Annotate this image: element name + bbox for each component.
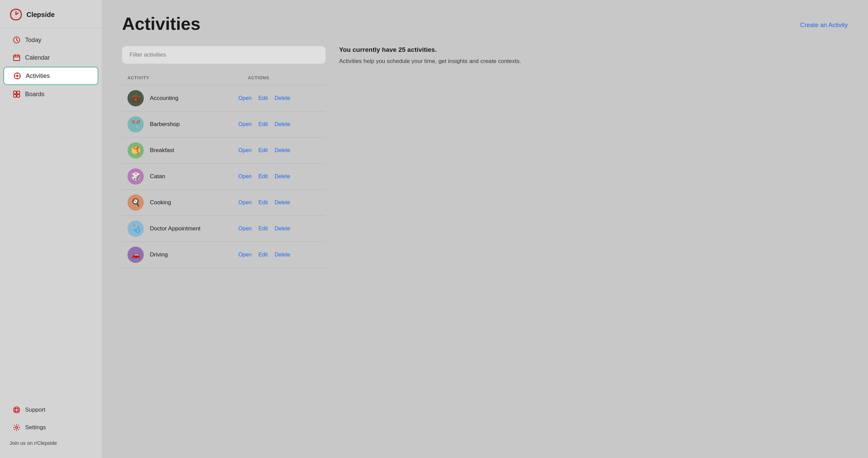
activity-icon: 🎲	[127, 168, 144, 185]
edit-button[interactable]: Edit	[258, 226, 268, 232]
activity-name: Breakfast	[150, 147, 238, 154]
main-content: Activities Create an Activity ACTIVITY A…	[102, 0, 868, 458]
svg-rect-4	[14, 55, 20, 61]
table-row: 🚗 Driving Open Edit Delete	[122, 242, 326, 268]
activity-icon: ✂️	[127, 116, 144, 132]
activities-panel: ACTIVITY ACTIONS 💼 Accounting Open Edit …	[122, 46, 326, 268]
sidebar-item-boards[interactable]: Boards	[3, 86, 98, 103]
table-row: 🩺 Doctor Appointment Open Edit Delete	[122, 215, 326, 242]
sidebar-item-support-label: Support	[25, 407, 45, 413]
activity-actions: Open Edit Delete	[238, 226, 320, 232]
delete-button[interactable]: Delete	[275, 121, 290, 127]
activity-name: Accounting	[150, 95, 238, 102]
bottom-nav: Support Settings Join us on r/Clepside	[0, 401, 102, 458]
activity-rows: 💼 Accounting Open Edit Delete ✂️ Barbers…	[122, 85, 326, 268]
edit-button[interactable]: Edit	[258, 200, 268, 206]
delete-button[interactable]: Delete	[275, 173, 290, 180]
delete-button[interactable]: Delete	[275, 226, 290, 232]
sidebar: Clepside Today Calendar	[0, 0, 102, 458]
open-button[interactable]: Open	[238, 252, 252, 258]
delete-button[interactable]: Delete	[275, 252, 290, 258]
activity-actions: Open Edit Delete	[238, 200, 320, 206]
col-activity-header: ACTIVITY	[127, 75, 248, 80]
open-button[interactable]: Open	[238, 95, 252, 101]
info-panel: You currently have 25 activities. Activi…	[339, 46, 848, 268]
table-row: 💼 Accounting Open Edit Delete	[122, 85, 326, 111]
app-logo-icon	[9, 8, 22, 21]
support-icon	[13, 406, 20, 414]
activity-name: Catan	[150, 173, 238, 180]
svg-point-13	[16, 426, 18, 429]
sidebar-item-settings-label: Settings	[25, 424, 46, 431]
svg-rect-9	[14, 95, 16, 97]
edit-button[interactable]: Edit	[258, 95, 268, 101]
table-row: 🍳 Cooking Open Edit Delete	[122, 189, 326, 215]
activity-icon: 🍳	[127, 194, 144, 211]
activity-icon: 🚗	[127, 247, 144, 263]
open-button[interactable]: Open	[238, 200, 252, 206]
sidebar-item-today[interactable]: Today	[3, 32, 98, 48]
activity-name: Driving	[150, 251, 238, 258]
activity-actions: Open Edit Delete	[238, 252, 320, 258]
sidebar-item-calendar-label: Calendar	[25, 54, 50, 61]
activity-icon: 🥞	[127, 142, 144, 159]
logo-area: Clepside	[0, 0, 102, 28]
create-activity-button[interactable]: Create an Activity	[800, 18, 848, 32]
table-header: ACTIVITY ACTIONS	[122, 73, 326, 82]
activity-icon: 💼	[127, 90, 144, 106]
svg-rect-7	[14, 91, 16, 94]
col-actions-header: ACTIONS	[248, 75, 320, 80]
open-button[interactable]: Open	[238, 147, 252, 153]
sidebar-item-support[interactable]: Support	[3, 401, 98, 418]
sidebar-item-settings[interactable]: Settings	[3, 419, 98, 436]
sidebar-item-activities-label: Activities	[26, 72, 50, 80]
info-title: You currently have 25 activities.	[339, 46, 848, 54]
edit-button[interactable]: Edit	[258, 252, 268, 258]
settings-icon	[13, 424, 20, 431]
edit-button[interactable]: Edit	[258, 147, 268, 153]
header-row: Activities Create an Activity	[122, 14, 848, 34]
page-title: Activities	[122, 14, 200, 34]
activity-actions: Open Edit Delete	[238, 173, 320, 180]
sidebar-item-calendar[interactable]: Calendar	[3, 49, 98, 66]
edit-button[interactable]: Edit	[258, 121, 268, 127]
clock-icon	[13, 36, 20, 44]
app-name: Clepside	[26, 11, 55, 19]
activity-name: Barbershop	[150, 121, 238, 128]
info-description: Activities help you schedule your time, …	[339, 57, 848, 66]
sidebar-item-activities[interactable]: Activities	[3, 67, 98, 85]
activity-name: Doctor Appointment	[150, 225, 238, 232]
activity-actions: Open Edit Delete	[238, 147, 320, 153]
content-area: ACTIVITY ACTIONS 💼 Accounting Open Edit …	[122, 46, 848, 268]
delete-button[interactable]: Delete	[275, 147, 290, 153]
sidebar-item-boards-label: Boards	[25, 91, 44, 98]
activity-actions: Open Edit Delete	[238, 95, 320, 101]
sidebar-item-today-label: Today	[25, 37, 41, 44]
activity-actions: Open Edit Delete	[238, 121, 320, 127]
calendar-icon	[13, 54, 20, 61]
activity-table: ACTIVITY ACTIONS 💼 Accounting Open Edit …	[122, 73, 326, 268]
table-row: 🎲 Catan Open Edit Delete	[122, 163, 326, 189]
open-button[interactable]: Open	[238, 226, 252, 232]
activity-name: Cooking	[150, 199, 238, 206]
boards-icon	[13, 90, 20, 98]
main-nav: Today Calendar Activities	[0, 31, 102, 103]
delete-button[interactable]: Delete	[275, 95, 290, 101]
edit-button[interactable]: Edit	[258, 173, 268, 180]
activity-icon: 🩺	[127, 221, 144, 237]
table-row: 🥞 Breakfast Open Edit Delete	[122, 137, 326, 163]
svg-rect-10	[17, 95, 20, 97]
open-button[interactable]: Open	[238, 173, 252, 180]
activities-icon	[14, 72, 21, 80]
reddit-link[interactable]: Join us on r/Clepside	[0, 437, 102, 453]
svg-point-6	[16, 75, 18, 77]
delete-button[interactable]: Delete	[275, 200, 290, 206]
table-row: ✂️ Barbershop Open Edit Delete	[122, 111, 326, 137]
svg-rect-8	[17, 91, 20, 94]
filter-input[interactable]	[122, 46, 326, 64]
open-button[interactable]: Open	[238, 121, 252, 127]
